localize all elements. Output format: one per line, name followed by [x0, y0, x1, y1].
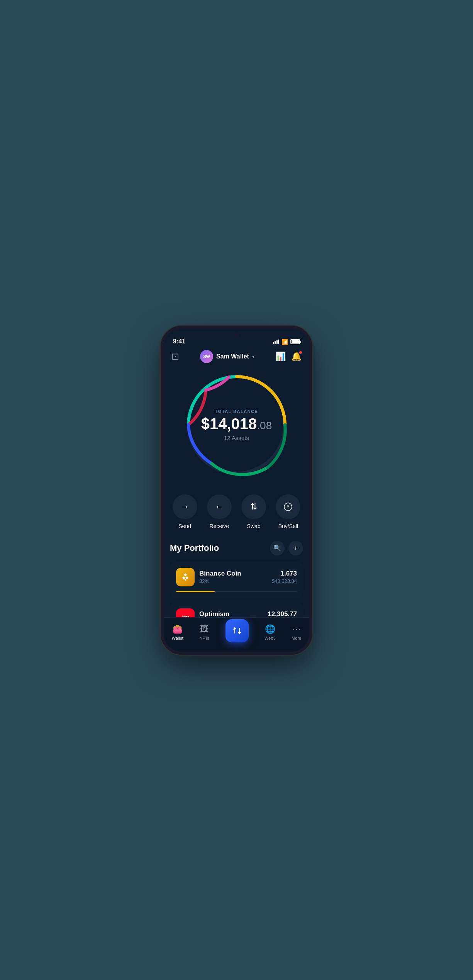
bnb-icon	[176, 568, 195, 586]
nav-web3[interactable]: 🌐 Web3	[264, 624, 276, 640]
add-button[interactable]: +	[288, 541, 303, 555]
swap-button[interactable]: ⇅	[241, 494, 266, 519]
balance-center: TOTAL BALANCE $14,018.08 12 Assets	[201, 409, 272, 441]
send-action[interactable]: → Send	[173, 494, 197, 529]
center-swap-icon	[232, 625, 242, 636]
portfolio-title: My Portfolio	[170, 543, 219, 553]
balance-label: TOTAL BALANCE	[201, 409, 272, 413]
scan-icon[interactable]: ⊡	[171, 351, 179, 362]
wallet-name: Sam Wallet	[216, 353, 249, 360]
bnb-progress-bar	[176, 591, 297, 592]
chart-icon[interactable]: 📊	[275, 352, 286, 362]
wallet-nav-icon: 👛	[172, 624, 183, 634]
buysell-button[interactable]: $	[276, 494, 300, 519]
wifi-icon: 📶	[281, 339, 288, 345]
balance-amount: $14,018.08	[201, 416, 272, 431]
bnb-logo	[180, 572, 191, 583]
more-nav-icon: ⋯	[292, 624, 301, 634]
bnb-progress-fill	[176, 591, 215, 592]
portfolio-actions: 🔍 +	[270, 541, 303, 555]
receive-label: Receive	[210, 523, 229, 529]
send-label: Send	[178, 523, 191, 529]
wallet-selector[interactable]: SW Sam Wallet ▾	[200, 350, 254, 363]
buysell-label: Buy/Sell	[278, 523, 298, 529]
web3-nav-icon: 🌐	[265, 624, 275, 634]
balance-ring: TOTAL BALANCE $14,018.08 12 Assets	[183, 371, 291, 479]
nav-wallet[interactable]: 👛 Wallet	[172, 624, 183, 640]
avatar: SW	[200, 350, 213, 363]
svg-marker-3	[184, 573, 187, 576]
nav-more[interactable]: ⋯ More	[292, 624, 301, 640]
swap-action[interactable]: ⇅ Swap	[241, 494, 266, 529]
notification-dot	[299, 351, 302, 354]
status-icons: 📶	[273, 339, 300, 345]
bnb-pct: 32%	[199, 578, 267, 584]
balance-cents: .08	[257, 419, 272, 431]
portfolio-header: My Portfolio 🔍 +	[170, 541, 303, 555]
nav-nfts[interactable]: 🖼 NFTs	[199, 624, 209, 640]
battery-icon	[290, 339, 300, 344]
balance-section: TOTAL BALANCE $14,018.08 12 Assets	[164, 367, 309, 487]
chevron-down-icon: ▾	[252, 354, 254, 359]
svg-text:$: $	[287, 504, 290, 510]
camera-notch	[234, 333, 239, 337]
bnb-usd: $43,023.34	[272, 578, 297, 584]
send-button[interactable]: →	[173, 494, 197, 519]
bnb-asset-row: Binance Coin 32% 1.673 $43,023.34	[176, 568, 297, 586]
header-right: 📊 🔔	[275, 352, 302, 362]
center-swap-button[interactable]	[225, 619, 249, 642]
screen-content: 9:41 📶 ⊡ SW Sam Wallet ▾	[164, 329, 309, 652]
wallet-nav-label: Wallet	[172, 636, 183, 640]
signal-icon	[273, 340, 280, 344]
bnb-values: 1.673 $43,023.34	[272, 570, 297, 584]
receive-action[interactable]: ← Receive	[207, 494, 232, 529]
bnb-info: Binance Coin 32%	[199, 570, 267, 584]
actions-row: → Send ← Receive ⇅ Swap $ Buy/Sell	[164, 487, 309, 533]
more-nav-label: More	[292, 636, 301, 640]
search-button[interactable]: 🔍	[270, 541, 285, 555]
status-time: 9:41	[173, 338, 273, 345]
swap-label: Swap	[247, 523, 261, 529]
bell-wrapper[interactable]: 🔔	[291, 352, 302, 362]
buysell-icon: $	[283, 502, 293, 511]
balance-assets: 12 Assets	[201, 434, 272, 441]
bottom-nav: 👛 Wallet 🖼 NFTs 🌐 Web3 ⋯ More	[164, 617, 309, 652]
web3-nav-label: Web3	[264, 636, 276, 640]
bnb-amount: 1.673	[272, 570, 297, 577]
nfts-nav-label: NFTs	[199, 636, 209, 640]
bnb-asset-card[interactable]: Binance Coin 32% 1.673 $43,023.34	[170, 562, 303, 598]
status-bar: 9:41 📶	[164, 329, 309, 348]
nfts-nav-icon: 🖼	[200, 624, 209, 634]
buysell-action[interactable]: $ Buy/Sell	[276, 494, 300, 529]
bnb-name: Binance Coin	[199, 570, 267, 577]
phone-frame: 9:41 📶 ⊡ SW Sam Wallet ▾	[161, 326, 312, 655]
receive-button[interactable]: ←	[207, 494, 232, 519]
